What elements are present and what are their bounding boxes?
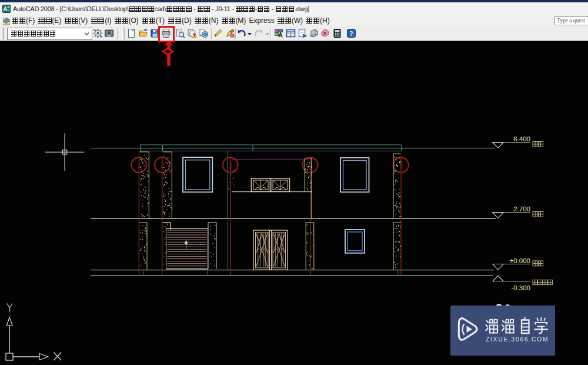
svg-text:ZIXUE.3066.COM: ZIXUE.3066.COM [486, 336, 549, 343]
svg-text:1: 1 [137, 161, 141, 170]
svg-text:6.400: 6.400 [513, 135, 530, 142]
svg-text:4: 4 [309, 161, 313, 170]
svg-text:±0.000: ±0.000 [510, 257, 530, 264]
svg-text:3: 3 [229, 161, 233, 170]
svg-text:2: 2 [161, 161, 165, 170]
svg-text:?: ? [349, 30, 353, 37]
svg-text:2.700: 2.700 [513, 205, 530, 213]
svg-text:-0.300: -0.300 [511, 284, 530, 291]
